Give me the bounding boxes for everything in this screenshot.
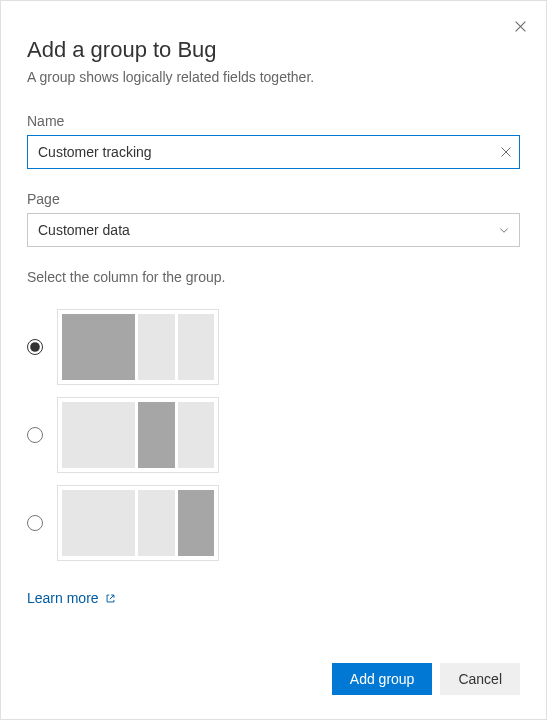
dialog-footer: Add group Cancel [332, 663, 520, 695]
name-input[interactable] [27, 135, 520, 169]
learn-more-label: Learn more [27, 590, 99, 606]
close-button[interactable] [510, 16, 530, 36]
preview-col [178, 490, 215, 556]
dialog-subtitle: A group shows logically related fields t… [27, 69, 520, 85]
column-preview-1[interactable] [57, 309, 219, 385]
learn-more-link[interactable]: Learn more [27, 590, 116, 606]
page-label: Page [27, 191, 520, 207]
preview-col [178, 314, 215, 380]
preview-col [138, 490, 175, 556]
cancel-button[interactable]: Cancel [440, 663, 520, 695]
preview-col [62, 314, 135, 380]
column-radio-1[interactable] [27, 339, 43, 355]
page-select[interactable]: Customer data [27, 213, 520, 247]
column-helper-text: Select the column for the group. [27, 269, 520, 285]
column-radio-2[interactable] [27, 427, 43, 443]
preview-col [138, 314, 175, 380]
close-icon [514, 20, 527, 33]
preview-col [62, 402, 135, 468]
add-group-button[interactable]: Add group [332, 663, 433, 695]
name-label: Name [27, 113, 520, 129]
column-layout-options [27, 309, 520, 561]
column-radio-3[interactable] [27, 515, 43, 531]
preview-col [138, 402, 175, 468]
preview-col [178, 402, 215, 468]
clear-icon [500, 146, 512, 158]
page-select-value: Customer data [38, 222, 130, 238]
svg-line-4 [109, 595, 113, 599]
column-preview-2[interactable] [57, 397, 219, 473]
dialog-title: Add a group to Bug [27, 37, 520, 63]
clear-name-button[interactable] [500, 146, 512, 158]
preview-col [62, 490, 135, 556]
add-group-dialog: Add a group to Bug A group shows logical… [1, 1, 546, 719]
external-link-icon [105, 593, 116, 604]
column-preview-3[interactable] [57, 485, 219, 561]
